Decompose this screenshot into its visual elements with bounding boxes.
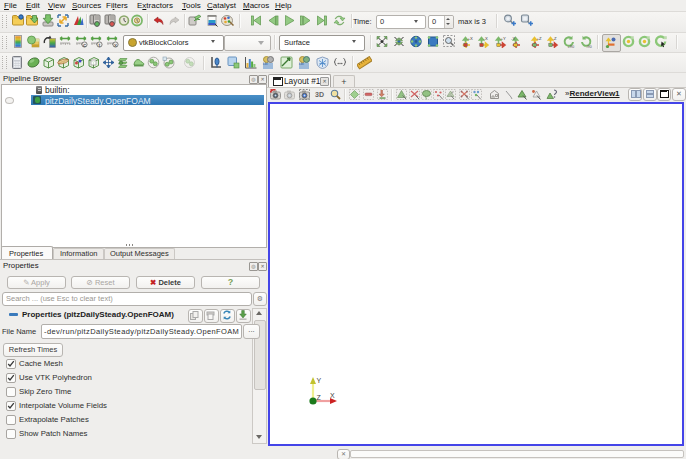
svg-text:-90: -90	[586, 44, 593, 49]
svg-text:-Z: -Z	[553, 36, 557, 41]
svg-text:Y: Y	[317, 377, 322, 384]
svg-text:+Y: +Y	[501, 36, 506, 41]
svg-text:Z: Z	[317, 394, 322, 401]
svg-text:+X: +X	[468, 36, 473, 41]
svg-text:-X: -X	[484, 36, 488, 41]
svg-text:x: x	[114, 42, 117, 48]
svg-text:X: X	[330, 392, 335, 399]
svg-text:-Y: -Y	[511, 36, 515, 41]
svg-text:+Z: +Z	[537, 36, 542, 41]
svg-text:Lbl: Lbl	[263, 62, 268, 66]
svg-text:+90: +90	[568, 44, 576, 49]
svg-text:c: c	[83, 42, 86, 48]
svg-text:Lbl: Lbl	[299, 62, 304, 66]
